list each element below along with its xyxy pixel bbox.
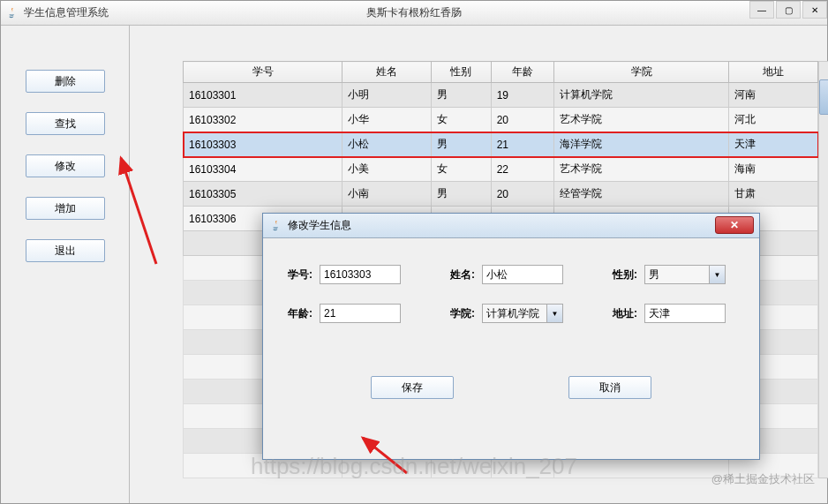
cell-gender[interactable]: 女	[431, 157, 491, 182]
chevron-down-icon: ▼	[546, 305, 562, 322]
dialog-body: 学号: 姓名: 性别: 男 ▼ 年龄: 学院: 计算机学院 ▼	[263, 238, 759, 417]
cell-name[interactable]: 小南	[342, 182, 431, 207]
cell-id[interactable]: 16103305	[184, 182, 342, 207]
main-window: 学生信息管理系统 奥斯卡有根粉红香肠 — ▢ ✕ 删除 查找 修改 增加 退出	[0, 0, 828, 504]
cell-addr[interactable]: 天津	[729, 132, 818, 157]
java-icon	[268, 219, 282, 233]
add-button[interactable]: 增加	[26, 197, 105, 220]
cell-college[interactable]: 海洋学院	[554, 132, 729, 157]
th-gender[interactable]: 性别	[431, 62, 491, 83]
center-title: 奥斯卡有根粉红香肠	[366, 5, 462, 20]
table-row[interactable]: 16103301小明男19计算机学院河南	[184, 83, 818, 108]
form-row-1: 学号: 姓名: 性别: 男 ▼	[281, 265, 741, 284]
edit-dialog: 修改学生信息 ✕ 学号: 姓名: 性别: 男 ▼ 年龄: 学院	[262, 213, 760, 460]
th-college[interactable]: 学院	[554, 62, 729, 83]
save-button[interactable]: 保存	[371, 376, 454, 399]
cell-gender[interactable]: 女	[431, 108, 491, 132]
cell-id[interactable]: 16103301	[184, 83, 342, 108]
dialog-buttons: 保存 取消	[281, 376, 741, 399]
delete-button[interactable]: 删除	[26, 70, 105, 93]
cell-name[interactable]: 小明	[342, 83, 431, 108]
input-name[interactable]	[482, 265, 563, 284]
window-controls: — ▢ ✕	[748, 1, 827, 19]
cell-id[interactable]: 16103302	[184, 108, 342, 132]
th-name[interactable]: 姓名	[342, 62, 431, 83]
input-addr[interactable]	[644, 304, 726, 323]
th-addr[interactable]: 地址	[729, 62, 818, 83]
maximize-button[interactable]: ▢	[776, 1, 801, 19]
label-addr: 地址:	[606, 306, 637, 321]
cell-id[interactable]: 16103303	[184, 132, 342, 157]
th-id[interactable]: 学号	[184, 62, 342, 83]
label-age: 年龄:	[281, 306, 312, 321]
table-row[interactable]: 16103305小南男20经管学院甘肃	[184, 182, 818, 207]
table-header-row: 学号 姓名 性别 年龄 学院 地址	[184, 62, 818, 83]
select-college-value: 计算机学院	[486, 306, 539, 321]
minimize-button[interactable]: —	[749, 1, 774, 19]
cell-addr[interactable]: 甘肃	[729, 182, 818, 207]
label-name: 姓名:	[443, 267, 475, 282]
input-age[interactable]	[320, 304, 401, 323]
cancel-button[interactable]: 取消	[568, 376, 651, 399]
form-row-2: 年龄: 学院: 计算机学院 ▼ 地址:	[281, 304, 741, 323]
chevron-down-icon: ▼	[709, 266, 725, 283]
input-id[interactable]	[320, 265, 401, 284]
cell-college[interactable]: 艺术学院	[554, 157, 729, 182]
search-button[interactable]: 查找	[26, 112, 105, 135]
cell-name[interactable]: 小华	[342, 108, 431, 132]
cell-age[interactable]: 20	[491, 182, 554, 207]
app-title: 学生信息管理系统	[24, 5, 109, 20]
cell-age[interactable]: 20	[491, 108, 554, 132]
dialog-title-bar[interactable]: 修改学生信息 ✕	[263, 214, 759, 238]
cell-addr[interactable]: 海南	[729, 157, 818, 182]
cell-college[interactable]: 经管学院	[554, 182, 729, 207]
label-gender: 性别:	[606, 267, 637, 282]
dialog-close-button[interactable]: ✕	[715, 216, 754, 234]
th-age[interactable]: 年龄	[491, 62, 554, 83]
table-row[interactable]: 16103304小美女22艺术学院海南	[184, 157, 818, 182]
cell-college[interactable]: 计算机学院	[554, 83, 729, 108]
cell-gender[interactable]: 男	[431, 132, 491, 157]
select-gender[interactable]: 男 ▼	[644, 265, 726, 284]
java-icon	[4, 6, 19, 20]
cell-name[interactable]: 小松	[342, 132, 431, 157]
close-button[interactable]: ✕	[802, 1, 827, 19]
select-gender-value: 男	[649, 267, 659, 282]
exit-button[interactable]: 退出	[26, 239, 105, 262]
cell-addr[interactable]: 河南	[729, 83, 818, 108]
cell-age[interactable]: 22	[491, 157, 554, 182]
scroll-thumb[interactable]	[819, 79, 828, 115]
table-row[interactable]: 16103302小华女20艺术学院河北	[184, 108, 818, 132]
vertical-scrollbar[interactable]	[818, 61, 828, 478]
cell-college[interactable]: 艺术学院	[554, 108, 729, 132]
label-college: 学院:	[443, 306, 475, 321]
table-row[interactable]: 16103303小松男21海洋学院天津	[184, 132, 818, 157]
cell-id[interactable]: 16103304	[184, 157, 342, 182]
cell-gender[interactable]: 男	[431, 83, 491, 108]
select-college[interactable]: 计算机学院 ▼	[482, 304, 563, 323]
cell-gender[interactable]: 男	[431, 182, 491, 207]
cell-age[interactable]: 19	[491, 83, 554, 108]
title-bar: 学生信息管理系统 奥斯卡有根粉红香肠 — ▢ ✕	[1, 1, 827, 26]
cell-name[interactable]: 小美	[342, 157, 431, 182]
cell-addr[interactable]: 河北	[729, 108, 818, 132]
sidebar: 删除 查找 修改 增加 退出	[1, 26, 130, 503]
cell-age[interactable]: 21	[491, 132, 554, 157]
modify-button[interactable]: 修改	[26, 154, 105, 177]
label-id: 学号:	[281, 267, 312, 282]
dialog-title: 修改学生信息	[288, 218, 351, 233]
